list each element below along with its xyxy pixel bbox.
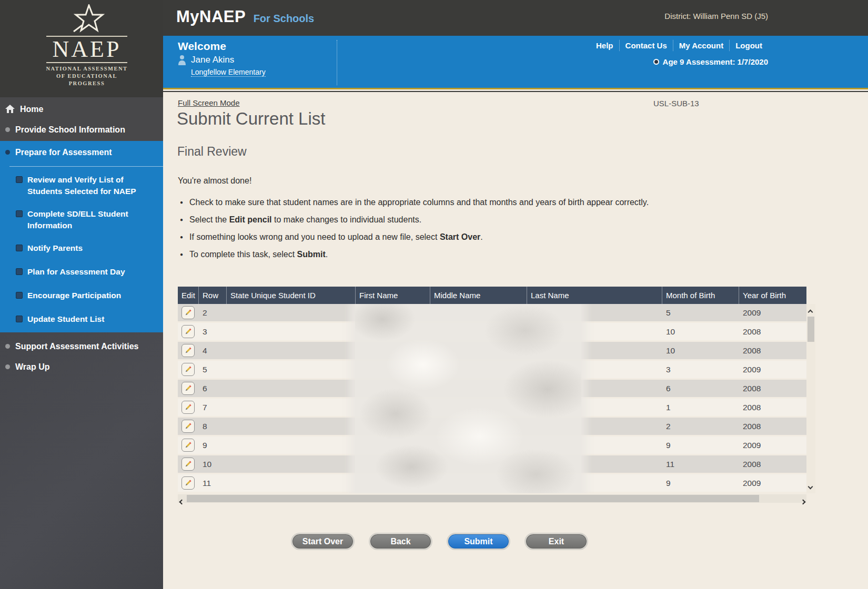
edit-pencil-button[interactable] [181,306,195,319]
scroll-left-icon[interactable] [180,496,184,506]
naep-logo: NAEP NATIONAL ASSESSMENT OF EDUCATIONAL … [0,0,163,97]
logo-caption-line3: PROGRESS [42,80,132,87]
month-of-birth-cell: 2 [662,422,739,431]
edit-cell [178,420,198,433]
edit-pencil-button[interactable] [181,344,195,357]
brand: MyNAEP For Schools [176,7,314,26]
header-divider [337,40,337,85]
sidebar-top-section: HomeProvide School Information [0,97,163,141]
column-header-last-name: Last Name [527,287,662,304]
back-button[interactable]: Back [369,533,432,550]
instruction-list: ●Check to make sure that student names a… [180,196,701,266]
sidebar-item-support-assessment-activities[interactable]: Support Assessment Activities [0,337,163,357]
edit-pencil-button[interactable] [181,476,195,490]
bullet-marker: ● [180,248,183,261]
row-number-cell: 9 [198,441,226,450]
user-name: Jane Akins [191,55,234,65]
sidebar-bottom-section: Support Assessment ActivitiesWrap Up [0,332,163,589]
edit-pencil-button[interactable] [181,420,195,433]
sidebar-item-provide-school-information[interactable]: Provide School Information [0,120,163,140]
column-header-state-unique-student-id: State Unique Student ID [226,287,355,304]
edit-cell [178,363,198,376]
column-header-middle-name: Middle Name [430,287,527,304]
edit-pencil-button[interactable] [181,458,195,471]
bullet-marker: ● [180,231,183,243]
row-number-cell: 4 [198,346,226,356]
edit-cell [178,401,198,414]
scroll-right-icon[interactable] [801,496,805,506]
scroll-up-icon[interactable] [809,307,812,316]
redacted-names-blur [355,304,581,493]
vertical-scrollbar-thumb[interactable] [808,317,814,342]
bullet-text: If something looks wrong and you need to… [189,231,483,243]
edit-pencil-button[interactable] [181,401,195,414]
edit-pencil-icon [184,460,192,468]
sidebar-item-review-and-verify-list-of-students-selected-for-naep[interactable]: Review and Verify List of Students Selec… [16,174,160,197]
submit-button[interactable]: Submit [447,533,510,550]
column-header-year-of-birth: Year of Birth [739,287,806,304]
edit-cell [178,325,198,338]
edit-pencil-icon [184,422,192,430]
logo-rule-bottom [46,62,127,63]
row-number-cell: 10 [198,460,226,469]
year-of-birth-cell: 2008 [739,403,806,412]
month-of-birth-cell: 5 [662,308,739,318]
sidebar-item-label: Prepare for Assessment [15,147,112,158]
sidebar-item-label: Support Assessment Activities [15,341,138,352]
home-icon [5,105,15,113]
start-over-button[interactable]: Start Over [291,533,355,550]
sidebar-item-label: Review and Verify List of Students Selec… [27,174,160,197]
sidebar-item-complete-sd-ell-student-information[interactable]: Complete SD/ELL Student Information [16,208,160,231]
edit-pencil-button[interactable] [181,382,195,395]
edit-pencil-button[interactable] [181,439,195,452]
edit-pencil-button[interactable] [181,325,195,338]
row-number-cell: 8 [198,422,226,431]
brand-title: MyNAEP [176,7,246,26]
sidebar-item-home[interactable]: Home [0,99,163,120]
sidebar-item-wrap-up[interactable]: Wrap Up [0,357,163,378]
sidebar-item-label: Notify Parents [27,242,83,254]
logo-caption-line2: OF EDUCATIONAL [42,73,132,80]
logo-caption: NATIONAL ASSESSMENT OF EDUCATIONAL PROGR… [42,65,132,88]
year-of-birth-cell: 2008 [739,384,806,393]
nav-help[interactable]: Help [590,40,619,51]
edit-pencil-icon [184,309,192,317]
month-of-birth-cell: 9 [662,441,739,450]
task-square-icon [16,210,23,217]
vertical-scrollbar[interactable] [806,304,815,493]
bullet-icon [5,150,10,155]
year-of-birth-cell: 2008 [739,460,806,469]
logo-caption-line1: NATIONAL ASSESSMENT [42,65,132,73]
column-header-first-name: First Name [355,287,430,304]
edit-pencil-icon [184,384,192,392]
horizontal-scrollbar-thumb[interactable] [187,495,759,502]
bullet-icon [5,364,10,369]
welcome-block: Welcome Jane Akins Longfellow Elementary [178,40,266,77]
assessment-status-label: Age 9 Assessment: 1/7/2020 [663,57,768,66]
full-screen-mode-link[interactable]: Full Screen Mode [178,98,240,107]
month-of-birth-cell: 10 [662,346,739,356]
edit-pencil-button[interactable] [181,363,195,376]
nav-contact-us[interactable]: Contact Us [619,40,673,51]
row-number-cell: 5 [198,365,226,374]
column-header-row: Row [198,287,226,304]
sidebar-item-plan-for-assessment-day[interactable]: Plan for Assessment Day [16,266,160,278]
exit-button[interactable]: Exit [524,533,588,550]
task-square-icon [16,176,23,183]
sidebar-item-encourage-participation[interactable]: Encourage Participation [16,290,160,301]
student-table: EditRowState Unique Student IDFirst Name… [178,287,815,493]
horizontal-scrollbar[interactable] [178,494,806,503]
school-link[interactable]: Longfellow Elementary [191,68,266,77]
sidebar-item-label: Complete SD/ELL Student Information [27,208,160,231]
sidebar-item-notify-parents[interactable]: Notify Parents [16,242,160,254]
nav-logout[interactable]: Logout [729,40,768,51]
scroll-down-icon[interactable] [809,481,812,491]
row-number-cell: 7 [198,403,226,412]
sidebar-item-update-student-list[interactable]: Update Student List [16,313,160,325]
nav-my-account[interactable]: My Account [673,40,729,51]
person-icon [178,55,186,65]
month-of-birth-cell: 10 [662,327,739,337]
row-number-cell: 2 [198,308,226,318]
sidebar-item-label: Encourage Participation [27,290,121,301]
sidebar-item-prepare-for-assessment[interactable]: Prepare for Assessment [0,141,163,163]
